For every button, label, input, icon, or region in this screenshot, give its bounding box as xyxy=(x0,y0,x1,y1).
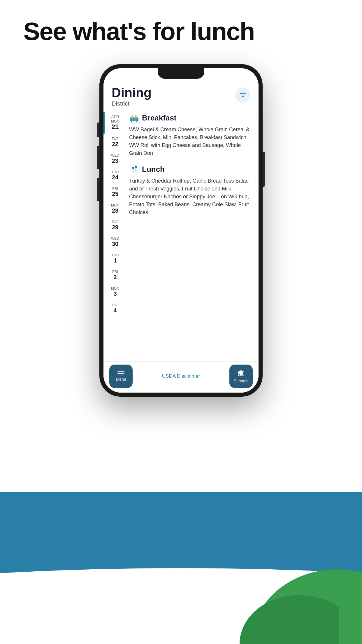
phone-mute-button xyxy=(97,123,99,137)
app-title: Dining xyxy=(112,86,152,100)
date-sidebar[interactable]: Apr MON 21 TUE 22 WED 23 THU 24 FRI 25 M… xyxy=(103,111,126,361)
date-number: 30 xyxy=(107,241,123,247)
date-day-name: WED xyxy=(107,153,123,158)
app-subtitle: District xyxy=(112,100,152,107)
date-number: 24 xyxy=(107,174,123,181)
menu-tab-label: Menu xyxy=(116,377,126,382)
svg-rect-6 xyxy=(131,121,132,122)
meal-description-lunch: Turkey & Cheddar Roll-up, Garlic Bread T… xyxy=(129,177,253,216)
app-content: Dining District xyxy=(103,68,259,393)
date-day-name: TUE xyxy=(107,137,123,141)
date-item-25[interactable]: FRI 25 xyxy=(103,183,126,200)
date-month: Apr xyxy=(107,115,123,119)
date-item-1[interactable]: THU 1 xyxy=(103,250,126,267)
date-day-name: MON xyxy=(107,119,123,123)
svg-rect-4 xyxy=(135,115,137,118)
date-item-22[interactable]: TUE 22 xyxy=(103,134,126,150)
phone-volume-down-button xyxy=(97,178,99,201)
date-item-24[interactable]: THU 24 xyxy=(103,167,126,183)
date-day-name: TUE xyxy=(107,303,123,307)
date-day-name: THU xyxy=(107,170,123,174)
svg-rect-7 xyxy=(136,121,137,122)
date-number: 4 xyxy=(107,307,123,314)
phone-volume-up-button xyxy=(97,146,99,169)
page-title: See what's for lunch xyxy=(23,18,254,45)
toaster-icon xyxy=(129,113,139,123)
date-item-29[interactable]: TUE 29 xyxy=(103,217,126,233)
date-day-name: TUE xyxy=(107,220,123,224)
phone-outer-shell: Dining District xyxy=(99,64,263,397)
meal-header-lunch: Lunch xyxy=(129,164,253,174)
schools-icon xyxy=(237,370,245,377)
menu-content: Breakfast WW Bagel & Cream Cheese, Whole… xyxy=(126,111,259,361)
date-item-4[interactable]: TUE 4 xyxy=(103,300,126,316)
meal-section-lunch: Lunch Turkey & Cheddar Roll-up, Garlic B… xyxy=(129,164,253,216)
date-day-name: FRI xyxy=(107,187,123,191)
hamburger-icon xyxy=(117,371,124,376)
filter-button[interactable] xyxy=(235,88,250,103)
date-day-name: FRI xyxy=(107,270,123,274)
meal-title-breakfast: Breakfast xyxy=(142,113,177,123)
meal-section-breakfast: Breakfast WW Bagel & Cream Cheese, Whole… xyxy=(129,113,253,157)
date-item-2[interactable]: FRI 2 xyxy=(103,267,126,283)
date-number: 21 xyxy=(107,123,123,130)
date-item-23[interactable]: WED 23 xyxy=(103,150,126,167)
date-day-name: THU xyxy=(107,253,123,257)
phone-mockup: Dining District xyxy=(99,64,263,397)
date-number: 23 xyxy=(107,158,123,164)
svg-rect-5 xyxy=(137,119,138,121)
date-item-28[interactable]: MON 28 xyxy=(103,200,126,217)
date-number: 28 xyxy=(107,207,123,214)
usda-disclaimer-link[interactable]: USDA Disclaimer xyxy=(133,373,229,379)
schools-tab-button[interactable]: Schools xyxy=(229,365,253,388)
fork-knife-icon xyxy=(129,164,139,174)
background-shapes xyxy=(0,492,362,644)
filter-icon xyxy=(240,93,246,97)
date-number: 22 xyxy=(107,141,123,147)
meal-title-lunch: Lunch xyxy=(142,165,165,174)
date-day-name: MON xyxy=(107,286,123,290)
date-number: 1 xyxy=(107,257,123,264)
app-title-area: Dining District xyxy=(112,86,152,107)
phone-screen: Dining District xyxy=(103,68,259,393)
meal-description-breakfast: WW Bagel & Cream Cheese, Whole Grain Cer… xyxy=(129,126,253,157)
menu-tab-button[interactable]: Menu xyxy=(109,365,133,388)
phone-power-button xyxy=(263,152,265,187)
date-item-3[interactable]: MON 3 xyxy=(103,283,126,300)
date-day-name: WED xyxy=(107,237,123,241)
svg-rect-3 xyxy=(132,115,133,118)
app-footer: Menu USDA Disclaimer Schools xyxy=(103,361,259,393)
schools-tab-label: Schools xyxy=(234,379,248,383)
phone-notch xyxy=(158,68,204,79)
date-number: 29 xyxy=(107,224,123,230)
date-number: 25 xyxy=(107,191,123,197)
date-item-30[interactable]: WED 30 xyxy=(103,233,126,250)
date-item-21[interactable]: Apr MON 21 xyxy=(103,112,126,133)
main-area: Apr MON 21 TUE 22 WED 23 THU 24 FRI 25 M… xyxy=(103,111,259,361)
date-number: 2 xyxy=(107,274,123,280)
date-day-name: MON xyxy=(107,203,123,207)
date-number: 3 xyxy=(107,290,123,297)
meal-header-breakfast: Breakfast xyxy=(129,113,253,123)
